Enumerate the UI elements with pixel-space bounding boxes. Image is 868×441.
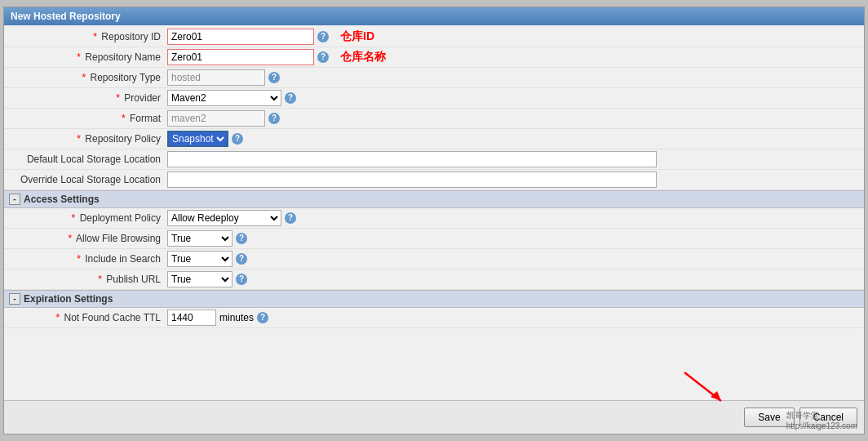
required-star-3: * (82, 72, 86, 83)
arrow-annotation (676, 368, 733, 409)
deployment-policy-row: * Deployment Policy Allow Redeploy ? (4, 208, 864, 229)
required-star-10: * (98, 274, 102, 285)
deployment-policy-select[interactable]: Allow Redeploy (167, 210, 281, 226)
format-input (167, 110, 265, 127)
not-found-cache-ttl-control: minutes ? (167, 310, 864, 326)
access-settings-header: - Access Settings (4, 190, 864, 208)
watermark: 凯哥学堂 http://kaige123.com (786, 410, 857, 430)
required-star: * (93, 31, 97, 42)
publish-url-row: * Publish URL True ? (4, 270, 864, 290)
allow-file-browsing-control: True ? (167, 230, 864, 247)
expiration-settings-title: Expiration Settings (24, 293, 113, 305)
allow-file-browsing-row: * Allow File Browsing True ? (4, 229, 864, 249)
provider-label: * Provider (4, 92, 167, 104)
repository-name-control: ? 仓库名称 (167, 49, 864, 65)
repository-id-control: ? 仓库ID (167, 29, 864, 45)
override-local-storage-control (167, 172, 864, 188)
publish-url-control: True ? (167, 271, 864, 287)
allow-file-browsing-help-icon[interactable]: ? (236, 233, 247, 244)
not-found-cache-ttl-row: * Not Found Cache TTL minutes ? (4, 308, 864, 328)
required-star-9: * (77, 253, 81, 265)
include-in-search-help-icon[interactable]: ? (236, 253, 247, 265)
dialog-title: New Hosted Repository (4, 7, 864, 25)
publish-url-label: * Publish URL (4, 274, 167, 285)
repository-name-input[interactable] (167, 49, 314, 65)
default-local-storage-label: Default Local Storage Location (4, 154, 167, 165)
required-star-4: * (116, 92, 120, 104)
required-star-2: * (77, 51, 81, 63)
repository-type-row: * Repository Type ? (4, 68, 864, 88)
format-help-icon[interactable]: ? (268, 113, 280, 124)
provider-control: Maven2 ? (167, 90, 864, 106)
dialog-content: * Repository ID ? 仓库ID * Repository Name… (4, 25, 864, 400)
publish-url-help-icon[interactable]: ? (236, 274, 247, 285)
override-local-storage-row: Override Local Storage Location (4, 170, 864, 190)
publish-url-select[interactable]: True (167, 271, 232, 287)
default-local-storage-input[interactable] (167, 151, 657, 167)
repository-type-input (167, 69, 265, 86)
not-found-cache-ttl-help-icon[interactable]: ? (257, 312, 268, 323)
allow-file-browsing-label: * Allow File Browsing (4, 233, 167, 244)
repository-id-help-icon[interactable]: ? (317, 31, 329, 42)
dialog-footer: Save Cancel 凯哥学堂 http://kaige123.com (4, 400, 864, 434)
override-local-storage-input[interactable] (167, 172, 657, 188)
repository-type-control: ? (167, 69, 864, 86)
svg-marker-1 (711, 391, 721, 401)
deployment-policy-help-icon[interactable]: ? (285, 212, 296, 224)
include-in-search-select[interactable]: True (167, 251, 232, 267)
repository-policy-row: * Repository Policy Snapshot ? (4, 129, 864, 149)
repository-policy-control: Snapshot ? (167, 131, 864, 147)
default-local-storage-row: Default Local Storage Location (4, 149, 864, 170)
provider-select[interactable]: Maven2 (167, 90, 281, 106)
policy-select-wrapper: Snapshot (167, 131, 228, 147)
repository-policy-help-icon[interactable]: ? (232, 133, 243, 145)
include-in-search-row: * Include in Search True ? (4, 249, 864, 270)
format-label: * Format (4, 113, 167, 124)
not-found-cache-ttl-label: * Not Found Cache TTL (4, 312, 167, 323)
format-row: * Format ? (4, 109, 864, 129)
access-settings-title: Access Settings (24, 194, 100, 205)
provider-label-text: Provider (124, 92, 161, 104)
deployment-policy-control: Allow Redeploy ? (167, 210, 864, 226)
repository-id-label: * Repository ID (4, 31, 167, 42)
not-found-cache-ttl-input[interactable] (167, 310, 216, 326)
repository-policy-select[interactable]: Snapshot (167, 131, 228, 147)
repository-type-help-icon[interactable]: ? (268, 72, 280, 83)
repository-id-input[interactable] (167, 29, 314, 45)
include-in-search-control: True ? (167, 251, 864, 267)
repository-type-label: * Repository Type (4, 72, 167, 83)
provider-help-icon[interactable]: ? (285, 92, 296, 104)
default-local-storage-control (167, 151, 864, 167)
repository-name-annotation: 仓库名称 (340, 50, 386, 65)
expiration-settings-collapse-btn[interactable]: - (9, 293, 20, 305)
required-star-7: * (72, 212, 76, 224)
required-star-5: * (122, 113, 126, 124)
repository-id-row: * Repository ID ? 仓库ID (4, 27, 864, 47)
expiration-settings-header: - Expiration Settings (4, 290, 864, 308)
required-star-11: * (55, 312, 60, 323)
format-control: ? (167, 110, 864, 127)
required-star-8: * (69, 233, 73, 244)
form-area: * Repository ID ? 仓库ID * Repository Name… (4, 25, 864, 330)
repository-name-label: * Repository Name (4, 51, 167, 63)
required-star-6: * (77, 133, 81, 145)
access-settings-collapse-btn[interactable]: - (9, 194, 20, 205)
provider-row: * Provider Maven2 ? (4, 88, 864, 109)
allow-file-browsing-select[interactable]: True (167, 230, 232, 247)
repository-name-row: * Repository Name ? 仓库名称 (4, 47, 864, 68)
repository-name-help-icon[interactable]: ? (317, 51, 329, 63)
deployment-policy-label: * Deployment Policy (4, 212, 167, 224)
repository-policy-label: * Repository Policy (4, 133, 167, 145)
repository-policy-label-text: Repository Policy (85, 133, 161, 145)
override-local-storage-label: Override Local Storage Location (4, 174, 167, 185)
new-hosted-repository-dialog: New Hosted Repository * Repository ID ? … (3, 7, 865, 434)
repository-id-annotation: 仓库ID (340, 29, 374, 44)
include-in-search-label: * Include in Search (4, 253, 167, 265)
minutes-label: minutes (219, 312, 254, 323)
